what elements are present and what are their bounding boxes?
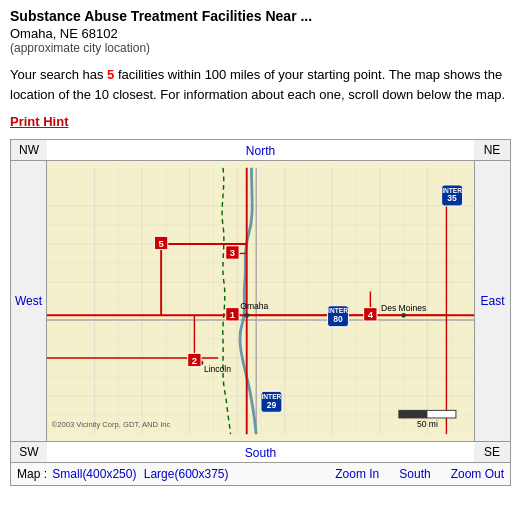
south-link[interactable]: South: [245, 446, 276, 460]
svg-text:5: 5: [158, 238, 164, 249]
east-link[interactable]: East: [480, 294, 504, 308]
large-size-link[interactable]: Large(600x375): [144, 467, 229, 481]
svg-text:35: 35: [447, 193, 457, 203]
description-text: Your search has 5 facilities within 100 …: [10, 65, 511, 104]
svg-point-55: [244, 313, 249, 318]
ne-button[interactable]: NE: [474, 140, 510, 160]
svg-rect-70: [399, 410, 428, 418]
location-type: (approximate city location): [10, 41, 511, 55]
svg-text:©2003 Vicinity Corp, GDT, AND : ©2003 Vicinity Corp, GDT, AND Inc: [52, 420, 171, 429]
svg-text:80: 80: [333, 314, 343, 324]
svg-text:50 mi: 50 mi: [417, 419, 438, 429]
size-links: Map : Small(400x250) Large(600x375): [17, 467, 231, 481]
zoom-links: Zoom In South Zoom Out: [335, 467, 504, 481]
svg-point-53: [401, 313, 406, 318]
svg-text:Des Moines: Des Moines: [381, 303, 426, 313]
svg-text:Lincoln: Lincoln: [204, 364, 231, 374]
svg-text:4: 4: [368, 309, 374, 320]
se-button[interactable]: SE: [474, 442, 510, 462]
desc-before: Your search has: [10, 67, 107, 82]
print-hint-link[interactable]: Print Hint: [10, 114, 69, 129]
north-nav[interactable]: North: [47, 143, 474, 158]
zoom-out-link[interactable]: Zoom Out: [451, 467, 504, 481]
sw-button[interactable]: SW: [11, 442, 47, 462]
svg-text:3: 3: [230, 247, 235, 258]
zoom-in-link[interactable]: Zoom In: [335, 467, 379, 481]
map-controls: Map : Small(400x250) Large(600x375) Zoom…: [11, 462, 510, 485]
page-title: Substance Abuse Treatment Facilities Nea…: [10, 8, 511, 24]
map-svg: INTER 35 INTER 80 INTER 29 Des Moines Om…: [47, 161, 474, 441]
svg-text:1: 1: [230, 309, 236, 320]
map-nav-bottom: SW South SE: [11, 441, 510, 462]
svg-text:29: 29: [267, 400, 277, 410]
small-size-link[interactable]: Small(400x250): [52, 467, 136, 481]
svg-text:Omaha: Omaha: [240, 301, 268, 311]
map-label: Map :: [17, 467, 47, 481]
east-nav[interactable]: East: [474, 161, 510, 441]
north-link[interactable]: North: [246, 144, 275, 158]
svg-text:2: 2: [192, 355, 197, 366]
west-link[interactable]: West: [15, 294, 42, 308]
location: Omaha, NE 68102: [10, 26, 511, 41]
page-container: Substance Abuse Treatment Facilities Nea…: [0, 0, 521, 494]
south-zoom-link[interactable]: South: [399, 467, 430, 481]
map-wrapper: NW North NE West: [10, 139, 511, 486]
nw-button[interactable]: NW: [11, 140, 47, 160]
map-area: INTER 35 INTER 80 INTER 29 Des Moines Om…: [47, 161, 474, 441]
map-middle: West: [11, 161, 510, 441]
west-nav[interactable]: West: [11, 161, 47, 441]
south-nav[interactable]: South: [47, 445, 474, 460]
map-nav-top: NW North NE: [11, 140, 510, 161]
